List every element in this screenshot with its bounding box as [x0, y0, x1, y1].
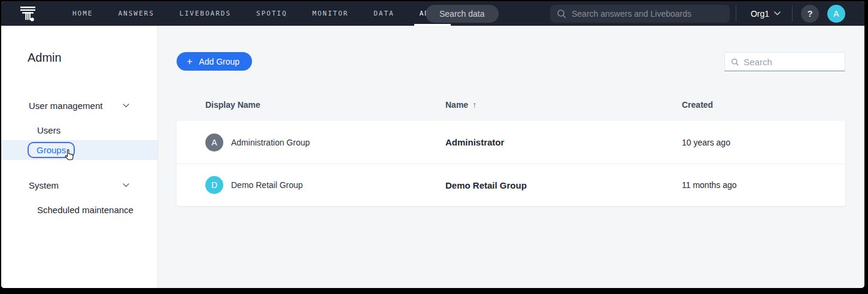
table-search[interactable]	[724, 52, 845, 71]
nav-item-spotiq[interactable]: SPOTIQ	[244, 1, 300, 26]
groups-table: A Administration Group Administrator 10 …	[177, 121, 845, 206]
global-search[interactable]	[550, 5, 730, 23]
cursor-pointer-icon	[63, 148, 77, 161]
top-navigation-bar: HOME ANSWERS LIVEBOARDS SPOTIQ MONITOR D…	[1, 1, 864, 26]
group-created: 11 months ago	[682, 180, 845, 190]
group-name: Administrator	[445, 137, 682, 147]
help-button[interactable]: ?	[801, 5, 819, 23]
nav-item-home[interactable]: HOME	[60, 1, 106, 26]
sidebar-item-scheduled-maintenance[interactable]: Scheduled maintenance	[1, 200, 157, 220]
chevron-down-icon	[774, 11, 781, 16]
nav-item-monitor[interactable]: MONITOR	[300, 1, 361, 26]
topbar-right-cluster: Org1 ? A	[736, 1, 845, 26]
group-avatar: A	[205, 134, 223, 151]
search-icon	[557, 9, 566, 19]
plus-icon: +	[187, 56, 192, 67]
divider	[792, 5, 793, 22]
column-header-display-name[interactable]: Display Name	[205, 100, 445, 110]
sidebar-section: User management Users Groups	[1, 96, 157, 160]
admin-sidebar: Admin User management Users Groups Syste…	[1, 26, 158, 288]
sidebar-section: System Scheduled maintenance	[1, 176, 157, 220]
sidebar-section-user-management[interactable]: User management	[1, 96, 157, 114]
divider	[736, 5, 736, 22]
groups-content: + Add Group Display Name Name ↑ Created …	[158, 26, 864, 288]
table-search-input[interactable]	[743, 57, 839, 67]
user-avatar[interactable]: A	[827, 5, 845, 23]
nav-item-liveboards[interactable]: LIVEBOARDS	[167, 1, 244, 26]
group-avatar: D	[205, 176, 223, 194]
sidebar-item-users[interactable]: Users	[1, 120, 157, 140]
sort-asc-icon: ↑	[472, 100, 477, 110]
search-data-button[interactable]: Search data	[426, 5, 499, 23]
table-header-row: Display Name Name ↑ Created	[177, 100, 845, 110]
add-group-button[interactable]: + Add Group	[177, 52, 252, 71]
org-switcher[interactable]: Org1	[751, 9, 781, 19]
column-header-name[interactable]: Name ↑	[445, 100, 682, 110]
org-label: Org1	[751, 9, 769, 19]
chevron-down-icon	[123, 104, 129, 108]
group-name: Demo Retail Group	[445, 180, 682, 190]
group-display-name: Demo Retail Group	[231, 180, 303, 190]
group-display-name: Administration Group	[231, 138, 310, 147]
chevron-down-icon	[123, 183, 129, 187]
sidebar-section-system[interactable]: System	[1, 176, 157, 194]
add-group-label: Add Group	[199, 57, 239, 66]
thoughtspot-logo[interactable]	[20, 5, 36, 23]
group-created: 10 years ago	[682, 138, 845, 147]
app-window: HOME ANSWERS LIVEBOARDS SPOTIQ MONITOR D…	[1, 1, 864, 288]
nav-item-answers[interactable]: ANSWERS	[106, 1, 167, 26]
global-search-input[interactable]	[572, 9, 723, 19]
column-header-created[interactable]: Created	[682, 100, 845, 110]
table-row[interactable]: D Demo Retail Group Demo Retail Group 11…	[177, 163, 845, 206]
table-row[interactable]: A Administration Group Administrator 10 …	[177, 121, 845, 163]
page-title: Admin	[28, 51, 157, 65]
search-icon	[731, 57, 739, 66]
sidebar-item-groups[interactable]: Groups	[1, 140, 157, 160]
main-nav: HOME ANSWERS LIVEBOARDS SPOTIQ MONITOR D…	[60, 1, 458, 26]
nav-item-data[interactable]: DATA	[361, 1, 407, 26]
